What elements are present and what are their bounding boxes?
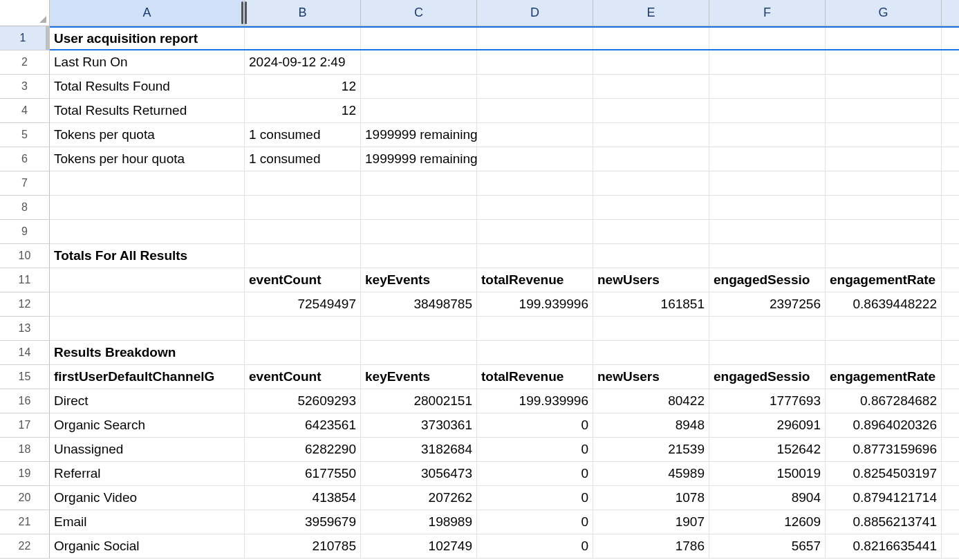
breakdown-val[interactable]: 0 xyxy=(477,486,593,510)
row-header-12[interactable]: 12 xyxy=(0,292,50,317)
breakdown-channel[interactable]: Email xyxy=(50,510,245,534)
cell[interactable] xyxy=(593,244,709,268)
select-all-corner[interactable] xyxy=(0,0,50,26)
breakdown-val[interactable]: 0.8856213741 xyxy=(826,510,942,534)
cell[interactable] xyxy=(826,123,942,147)
breakdown-val[interactable]: 12609 xyxy=(709,510,826,534)
cell[interactable] xyxy=(361,220,477,244)
cell[interactable] xyxy=(826,50,942,75)
column-header-e[interactable]: E xyxy=(593,0,709,26)
totals-col[interactable]: newUsers xyxy=(593,268,709,292)
breakdown-val[interactable]: 102749 xyxy=(361,534,477,559)
cell[interactable] xyxy=(942,26,959,50)
meta-label[interactable]: Last Run On xyxy=(50,50,245,75)
cell[interactable] xyxy=(942,75,959,99)
cell[interactable] xyxy=(477,147,593,171)
breakdown-val[interactable]: 0.8773159696 xyxy=(826,438,942,462)
breakdown-val[interactable]: 3056473 xyxy=(361,462,477,486)
breakdown-val[interactable]: 210785 xyxy=(245,534,361,559)
cell[interactable] xyxy=(826,317,942,341)
breakdown-val[interactable]: 3730361 xyxy=(361,413,477,438)
cell[interactable] xyxy=(942,292,959,317)
column-header-a[interactable]: A xyxy=(50,0,245,26)
cell[interactable] xyxy=(826,220,942,244)
cell[interactable] xyxy=(50,220,245,244)
cell[interactable] xyxy=(245,317,361,341)
cell[interactable] xyxy=(593,196,709,220)
cell[interactable] xyxy=(826,75,942,99)
breakdown-val[interactable]: 3959679 xyxy=(245,510,361,534)
meta-value-b[interactable]: 2024-09-12 2:49 xyxy=(245,50,361,75)
meta-value-c[interactable]: 1999999 remaining xyxy=(361,147,477,171)
meta-value-b[interactable]: 12 xyxy=(245,75,361,99)
cell[interactable] xyxy=(593,220,709,244)
cell[interactable] xyxy=(50,317,245,341)
row-header-20[interactable]: 20 xyxy=(0,486,50,510)
column-header-c[interactable]: C xyxy=(361,0,477,26)
breakdown-val[interactable]: 0.8794121714 xyxy=(826,486,942,510)
cell[interactable] xyxy=(826,171,942,196)
cells-grid[interactable]: User acquisition reportLast Run On2024-0… xyxy=(50,26,959,560)
meta-label[interactable]: Total Results Returned xyxy=(50,99,245,123)
cell[interactable] xyxy=(826,99,942,123)
totals-col[interactable]: totalRevenue xyxy=(477,268,593,292)
meta-value-b[interactable]: 1 consumed xyxy=(245,123,361,147)
row-header-18[interactable]: 18 xyxy=(0,438,50,462)
cell[interactable] xyxy=(593,171,709,196)
breakdown-val[interactable]: 296091 xyxy=(709,413,826,438)
breakdown-val[interactable]: 52609293 xyxy=(245,389,361,413)
breakdown-val[interactable]: 0 xyxy=(477,438,593,462)
cell[interactable] xyxy=(50,171,245,196)
meta-label[interactable]: Tokens per hour quota xyxy=(50,147,245,171)
breakdown-channel[interactable]: Organic Social xyxy=(50,534,245,559)
cell[interactable] xyxy=(942,462,959,486)
row-header-16[interactable]: 16 xyxy=(0,389,50,413)
breakdown-col[interactable]: keyEvents xyxy=(361,365,477,389)
totals-val[interactable]: 72549497 xyxy=(245,292,361,317)
cell[interactable] xyxy=(245,26,361,50)
cell[interactable] xyxy=(709,50,826,75)
cell[interactable] xyxy=(942,486,959,510)
breakdown-header[interactable]: Results Breakdown xyxy=(50,341,245,365)
breakdown-val[interactable]: 1786 xyxy=(593,534,709,559)
cell[interactable] xyxy=(477,75,593,99)
breakdown-val[interactable]: 1078 xyxy=(593,486,709,510)
cell[interactable] xyxy=(942,317,959,341)
column-header-b[interactable]: B xyxy=(245,0,361,26)
row-header-5[interactable]: 5 xyxy=(0,123,50,147)
row-header-22[interactable]: 22 xyxy=(0,534,50,559)
breakdown-val[interactable]: 0 xyxy=(477,510,593,534)
cell[interactable] xyxy=(50,292,245,317)
row-header-4[interactable]: 4 xyxy=(0,99,50,123)
breakdown-val[interactable]: 80422 xyxy=(593,389,709,413)
cell[interactable] xyxy=(826,26,942,50)
cell[interactable] xyxy=(477,123,593,147)
row-header-21[interactable]: 21 xyxy=(0,510,50,534)
cell[interactable] xyxy=(942,389,959,413)
cell[interactable] xyxy=(593,341,709,365)
meta-value-c[interactable] xyxy=(361,99,477,123)
row-header-2[interactable]: 2 xyxy=(0,50,50,75)
column-resize-handle[interactable] xyxy=(240,1,248,24)
cell[interactable] xyxy=(942,510,959,534)
cell[interactable] xyxy=(361,26,477,50)
breakdown-col[interactable]: engagementRate xyxy=(826,365,942,389)
breakdown-val[interactable]: 3182684 xyxy=(361,438,477,462)
row-header-14[interactable]: 14 xyxy=(0,341,50,365)
breakdown-val[interactable]: 0 xyxy=(477,462,593,486)
breakdown-col[interactable]: firstUserDefaultChannelG xyxy=(50,365,245,389)
cell[interactable] xyxy=(942,147,959,171)
row-header-1[interactable]: 1 xyxy=(0,26,50,50)
cell[interactable] xyxy=(50,268,245,292)
cell[interactable] xyxy=(593,317,709,341)
cell[interactable] xyxy=(709,220,826,244)
meta-value-c[interactable] xyxy=(361,75,477,99)
breakdown-col[interactable]: totalRevenue xyxy=(477,365,593,389)
cell[interactable] xyxy=(826,244,942,268)
row-header-13[interactable]: 13 xyxy=(0,317,50,341)
breakdown-val[interactable]: 150019 xyxy=(709,462,826,486)
breakdown-val[interactable]: 28002151 xyxy=(361,389,477,413)
breakdown-channel[interactable]: Direct xyxy=(50,389,245,413)
cell[interactable] xyxy=(942,50,959,75)
cell[interactable] xyxy=(826,196,942,220)
